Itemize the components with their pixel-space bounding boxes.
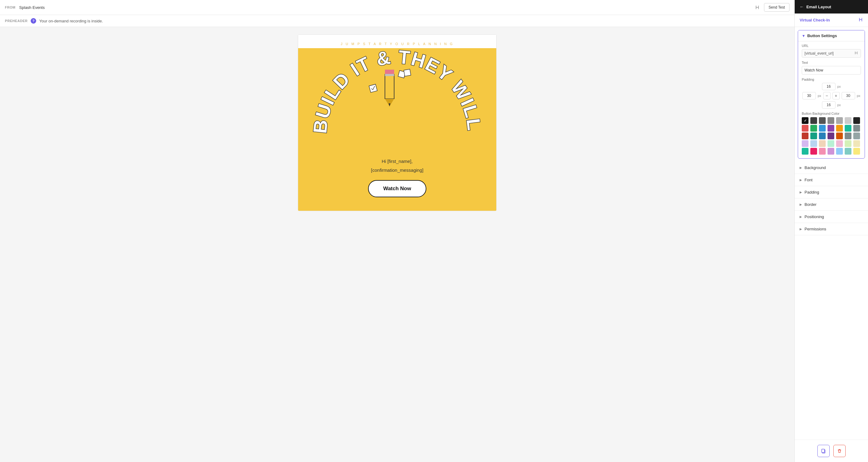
merge-tags-icon[interactable]: [753, 3, 762, 12]
color-swatch-gray1[interactable]: [828, 117, 834, 124]
color-swatch-crimson[interactable]: [802, 132, 808, 139]
confirmation-text: [confirmation_messaging]: [316, 167, 478, 173]
svg-rect-8: [369, 84, 377, 92]
preheader-row: PREHEADER ? Your on-demand recording is …: [0, 15, 795, 27]
url-label: URL: [802, 44, 861, 48]
color-swatch-orange2[interactable]: [836, 132, 843, 139]
color-swatch-blue2[interactable]: [819, 132, 826, 139]
jumpstart-text: J U M P S T A R T Y O U R P L A N N I N …: [298, 42, 496, 46]
color-swatch-emerald[interactable]: [802, 148, 808, 155]
settings-section-header[interactable]: ▼ Button Settings: [798, 30, 865, 41]
from-value: Splash Events: [19, 5, 749, 10]
color-swatch-peach[interactable]: [819, 140, 826, 147]
color-swatch-red[interactable]: [802, 125, 808, 132]
main-area: FROM Splash Events Send Test PREHEADER ?…: [0, 0, 795, 462]
color-swatch-gray2[interactable]: [836, 117, 843, 124]
from-row: FROM Splash Events Send Test: [0, 0, 795, 15]
collapsible-list: ▶ Background ▶ Font ▶ Padding ▶ Border ▶…: [795, 162, 868, 235]
color-swatch-slate[interactable]: [853, 125, 860, 132]
collapsible-label: Padding: [805, 190, 863, 194]
color-swatch-dark3[interactable]: [853, 117, 860, 124]
from-icons: Send Test: [753, 3, 789, 12]
color-swatch-purple[interactable]: [828, 125, 834, 132]
color-swatch-rose[interactable]: [819, 148, 826, 155]
text-input[interactable]: [802, 66, 861, 74]
padding-bottom-input[interactable]: [822, 101, 836, 109]
back-arrow-icon[interactable]: ←: [800, 4, 804, 9]
color-swatch-teal2[interactable]: [810, 132, 817, 139]
watch-now-label: Watch Now: [368, 180, 427, 197]
email-body-text: Hi [first_name], [confirmation_messaging…: [298, 152, 496, 211]
watch-now-button-preview[interactable]: Watch Now: [316, 180, 478, 205]
preheader-label: PREHEADER: [5, 19, 28, 23]
minus-button[interactable]: −: [823, 92, 831, 99]
color-swatch-lime[interactable]: [845, 140, 851, 147]
panel-footer: [795, 440, 868, 462]
delete-button[interactable]: [833, 445, 846, 457]
panel-title: Email Layout: [806, 5, 863, 9]
collapsible-label: Background: [805, 165, 863, 170]
collapsible-item-positioning[interactable]: ▶ Positioning: [795, 211, 868, 223]
right-panel: ← Email Layout Virtual Check-In ▼ Button…: [795, 0, 868, 462]
collapsible-item-padding[interactable]: ▶ Padding: [795, 186, 868, 198]
padding-top-input[interactable]: [822, 83, 836, 90]
email-preview-container: J U M P S T A R T Y O U R P L A N N I N …: [293, 27, 501, 216]
collapsible-label: Positioning: [805, 214, 863, 219]
color-swatch-skyblue[interactable]: [810, 140, 817, 147]
collapsible-label: Permissions: [805, 227, 863, 231]
from-label: FROM: [5, 5, 16, 9]
color-swatch-dark1[interactable]: [810, 117, 817, 124]
color-swatch-mint[interactable]: [828, 140, 834, 147]
px-top-label: px: [837, 85, 841, 88]
collapsible-chevron-icon: ▶: [800, 215, 802, 218]
color-swatch-light[interactable]: [845, 117, 851, 124]
color-swatch-pink[interactable]: [836, 140, 843, 147]
color-swatch-orange[interactable]: [836, 125, 843, 132]
collapsible-item-permissions[interactable]: ▶ Permissions: [795, 223, 868, 235]
button-settings-section: ▼ Button Settings URL Text Padding: [798, 30, 865, 159]
yellow-section: BUILD IT & THEY WILL COME: [298, 48, 496, 211]
padding-label: Padding: [802, 78, 861, 81]
collapsible-chevron-icon: ▶: [800, 227, 802, 231]
color-swatch-black[interactable]: [802, 117, 808, 124]
hero-art: BUILD IT & THEY WILL COME: [298, 48, 496, 152]
color-swatch-lilac[interactable]: [828, 148, 834, 155]
color-swatch-magenta[interactable]: [810, 148, 817, 155]
collapsible-item-border[interactable]: ▶ Border: [795, 198, 868, 211]
color-swatch-silver[interactable]: [853, 132, 860, 139]
collapsible-label: Border: [805, 202, 863, 207]
svg-rect-3: [385, 74, 394, 76]
collapsible-chevron-icon: ▶: [800, 178, 802, 182]
color-swatch-cream[interactable]: [853, 140, 860, 147]
email-body-preview: J U M P S T A R T Y O U R P L A N N I N …: [298, 34, 497, 211]
color-swatch-yellow[interactable]: [853, 148, 860, 155]
svg-rect-7: [404, 69, 411, 76]
color-swatch-lavender[interactable]: [802, 140, 808, 147]
url-input[interactable]: [805, 51, 853, 56]
padding-top-row: px: [822, 83, 841, 90]
hi-text: Hi [first_name],: [316, 159, 478, 164]
padding-lr-row: px − + px: [802, 92, 860, 99]
plus-button[interactable]: +: [832, 92, 840, 99]
color-swatch-teal[interactable]: [845, 125, 851, 132]
help-icon[interactable]: ?: [31, 18, 36, 24]
collapsible-item-font[interactable]: ▶ Font: [795, 174, 868, 186]
color-swatch-grayblue[interactable]: [845, 132, 851, 139]
url-input-row: [802, 49, 861, 58]
collapsible-item-background[interactable]: ▶ Background: [795, 162, 868, 174]
color-swatch-violet[interactable]: [828, 132, 834, 139]
collapsible-label: Font: [805, 178, 863, 182]
color-swatch-cornflower[interactable]: [836, 148, 843, 155]
padding-grid: px px − + px px: [802, 83, 861, 109]
color-swatch-green[interactable]: [810, 125, 817, 132]
copy-button[interactable]: [817, 445, 830, 457]
color-swatch-seafoam[interactable]: [845, 148, 851, 155]
color-swatch-blue[interactable]: [819, 125, 826, 132]
send-test-button[interactable]: Send Test: [764, 3, 789, 12]
settings-content: URL Text Padding px: [798, 41, 865, 158]
merge-tag-url-icon[interactable]: [854, 51, 858, 56]
collapsible-chevron-icon: ▶: [800, 190, 802, 194]
padding-left-input[interactable]: [802, 92, 816, 99]
color-swatch-dark2[interactable]: [819, 117, 826, 124]
padding-right-input[interactable]: [842, 92, 855, 99]
